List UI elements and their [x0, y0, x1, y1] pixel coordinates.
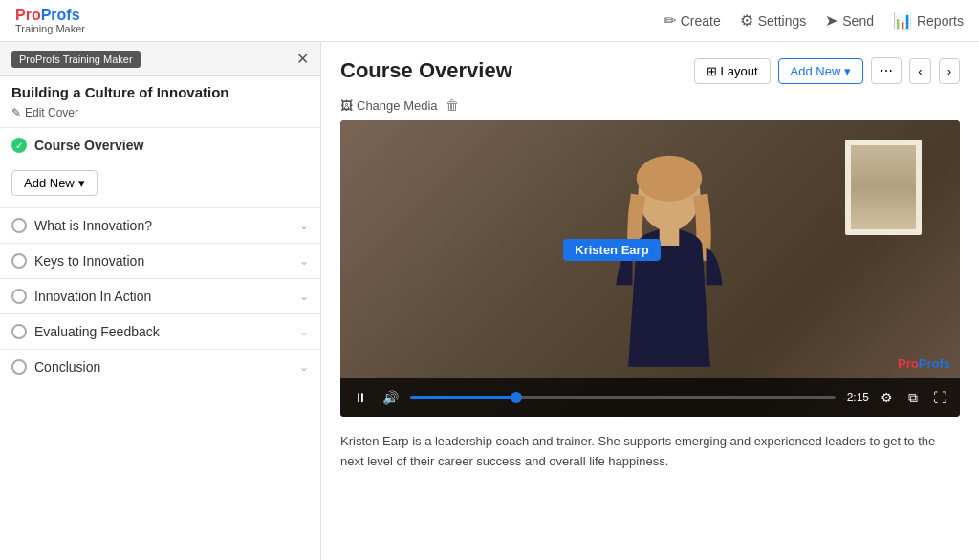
sidebar-item-evaluating-feedback[interactable]: Evaluating Feedback ⌄ [0, 313, 320, 349]
close-button[interactable]: ✕ [296, 50, 309, 68]
chapter-left: Keys to Innovation [11, 253, 144, 269]
video-watermark: ProProfs [898, 356, 950, 371]
add-new-button[interactable]: Add New ▾ [778, 58, 864, 84]
course-overview-item[interactable]: Course Overview [0, 128, 320, 162]
svg-rect-2 [660, 226, 680, 246]
more-options-button[interactable]: ⋯ [871, 57, 902, 84]
play-pause-button[interactable]: ⏸ [350, 388, 371, 407]
chapter-label: Keys to Innovation [34, 253, 144, 269]
layout-label: Layout [721, 64, 758, 78]
watermark-profs: Profs [919, 356, 950, 371]
content-area: Course Overview ⊞ Layout Add New ▾ ⋯ ‹ › [321, 42, 979, 560]
logo: ProProfs Training Maker [15, 7, 85, 35]
settings-icon: ⚙ [740, 11, 753, 30]
course-description: Kristen Earp is a leadership coach and t… [321, 417, 979, 487]
wall-art-image [851, 145, 916, 229]
chevron-down-icon: ⌄ [299, 219, 309, 232]
course-overview-section: Course Overview Add New ▾ [0, 127, 320, 207]
chapter-left: What is Innovation? [11, 218, 152, 233]
add-new-chevron-icon: ▾ [844, 64, 851, 78]
media-icon: 🖼 [340, 98, 353, 113]
sidebar-item-keys-to-innovation[interactable]: Keys to Innovation ⌄ [0, 243, 320, 278]
chapter-circle [11, 359, 27, 375]
more-icon: ⋯ [880, 63, 893, 78]
logo-sub: Training Maker [15, 23, 85, 34]
nav-actions: ✏ Create ⚙ Settings ➤ Send 📊 Reports [664, 11, 964, 30]
prev-icon: ‹ [918, 64, 922, 78]
next-button[interactable]: › [939, 58, 960, 84]
chapter-label: Innovation In Action [34, 289, 151, 304]
watermark-pro: Pro [898, 356, 919, 371]
chapter-label: Conclusion [34, 359, 100, 375]
chapter-label: What is Innovation? [34, 218, 152, 233]
picture-in-picture-button[interactable]: ⧉ [904, 388, 922, 408]
chevron-down-icon: ⌄ [299, 325, 309, 338]
send-icon: ➤ [825, 11, 838, 30]
sidebar-item-innovation-in-action[interactable]: Innovation In Action ⌄ [0, 278, 320, 313]
course-title: Building a Culture of Innovation [0, 76, 320, 104]
layout-icon: ⊞ [707, 64, 717, 78]
sidebar-add-new-button[interactable]: Add New ▾ [11, 170, 98, 196]
progress-fill [410, 396, 516, 399]
active-item-label: Course Overview [34, 138, 143, 153]
chevron-down-icon: ⌄ [299, 290, 309, 303]
page-title: Course Overview [340, 58, 512, 83]
sidebar: ProProfs Training Maker ✕ Building a Cul… [0, 42, 321, 560]
video-controls: ⏸ 🔊 -2:15 ⚙ ⧉ ⛶ [340, 378, 960, 417]
edit-icon: ✎ [11, 106, 21, 119]
create-label: Create [681, 13, 721, 29]
progress-bar[interactable] [410, 396, 836, 399]
main-layout: ProProfs Training Maker ✕ Building a Cul… [0, 42, 979, 560]
wall-art [845, 140, 922, 235]
delete-media-icon[interactable]: 🗑 [446, 97, 459, 113]
reports-icon: 📊 [893, 11, 912, 30]
volume-button[interactable]: 🔊 [379, 388, 402, 407]
reports-label: Reports [917, 13, 964, 29]
active-check [11, 138, 27, 153]
svg-point-1 [637, 156, 703, 202]
sidebar-cover-bar: ProProfs Training Maker ✕ [0, 42, 320, 76]
send-label: Send [842, 13, 874, 29]
chapter-circle [11, 253, 27, 269]
chapter-left: Innovation In Action [11, 289, 151, 304]
reports-nav[interactable]: 📊 Reports [893, 11, 964, 30]
change-media-label: Change Media [357, 98, 438, 113]
chapter-circle [11, 324, 27, 339]
content-actions: ⊞ Layout Add New ▾ ⋯ ‹ › [694, 57, 960, 84]
logo-profs: Profs [41, 7, 80, 24]
change-media-button[interactable]: 🖼 Change Media [340, 98, 438, 113]
chapter-left: Conclusion [11, 359, 100, 375]
dropdown-chevron-icon: ▾ [78, 176, 85, 190]
edit-cover-link[interactable]: ✎ Edit Cover [0, 104, 320, 127]
logo-pro: Pro [15, 7, 41, 24]
chapter-circle [11, 289, 27, 304]
prev-button[interactable]: ‹ [909, 58, 930, 84]
send-nav[interactable]: ➤ Send [825, 11, 874, 30]
chevron-down-icon: ⌄ [299, 254, 309, 268]
video-player[interactable]: Kristen Earp ProProfs ⏸ 🔊 -2:15 ⚙ ⧉ ⛶ [340, 120, 960, 417]
presenter-name-tag: Kristen Earp [563, 239, 660, 261]
settings-label: Settings [758, 13, 807, 29]
sidebar-add-new-label: Add New [24, 176, 75, 190]
layout-button[interactable]: ⊞ Layout [694, 58, 771, 84]
video-background: Kristen Earp ProProfs [340, 120, 960, 417]
edit-cover-label: Edit Cover [25, 106, 78, 119]
settings-video-button[interactable]: ⚙ [877, 388, 897, 407]
settings-nav[interactable]: ⚙ Settings [740, 11, 807, 30]
create-nav[interactable]: ✏ Create [664, 11, 721, 30]
create-icon: ✏ [664, 11, 676, 30]
presenter-silhouette [574, 154, 765, 383]
sidebar-item-conclusion[interactable]: Conclusion ⌄ [0, 349, 320, 384]
chapter-label: Evaluating Feedback [34, 324, 160, 339]
next-icon: › [947, 64, 951, 78]
add-new-label: Add New [791, 64, 841, 78]
chapter-circle [11, 218, 27, 233]
sidebar-item-what-is-innovation[interactable]: What is Innovation? ⌄ [0, 207, 320, 243]
chevron-down-icon: ⌄ [299, 360, 309, 374]
change-media-bar: 🖼 Change Media 🗑 [321, 94, 979, 120]
fullscreen-button[interactable]: ⛶ [929, 388, 950, 407]
chapters-list: What is Innovation? ⌄ Keys to Innovation… [0, 207, 320, 384]
content-header: Course Overview ⊞ Layout Add New ▾ ⋯ ‹ › [321, 42, 979, 94]
chapter-left: Evaluating Feedback [11, 324, 160, 339]
cover-tooltip: ProProfs Training Maker [11, 51, 141, 68]
